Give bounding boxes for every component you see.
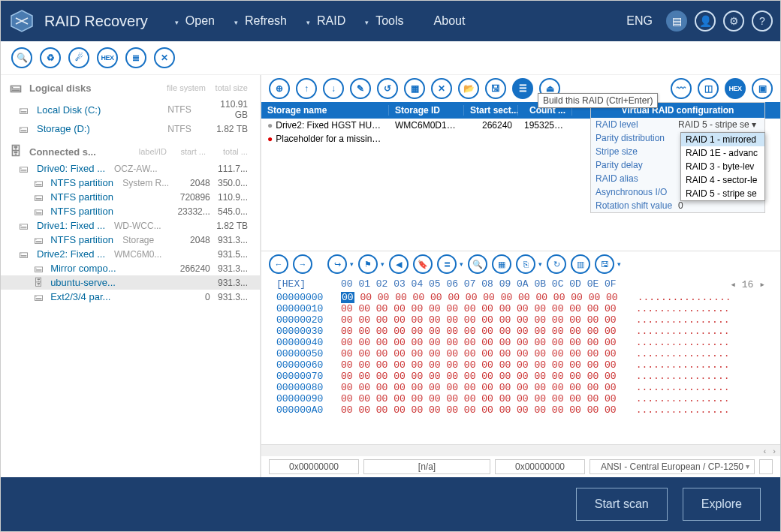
- hex-line[interactable]: 0000001000 00 00 00 00 00 00 00 00 00 00…: [276, 303, 765, 314]
- hex-mode-icon[interactable]: HEX: [725, 78, 746, 99]
- undo-icon[interactable]: ↺: [377, 78, 398, 99]
- hex-forward-icon[interactable]: →: [293, 254, 312, 274]
- list-icon[interactable]: ≣: [125, 47, 146, 68]
- hex-line[interactable]: 0000007000 00 00 00 00 00 00 00 00 00 00…: [276, 371, 765, 382]
- col-start: start ...: [167, 147, 206, 156]
- raid-level-option[interactable]: RAID 1 - mirrored: [681, 133, 764, 146]
- hex-layout-icon[interactable]: ▦: [492, 254, 511, 274]
- add-storage-icon[interactable]: ⊕: [269, 78, 290, 99]
- chart-icon[interactable]: ◫: [698, 78, 719, 99]
- drive-icon: 🖴: [19, 220, 32, 231]
- grid-col-id[interactable]: Storage ID: [389, 105, 464, 116]
- drive-item[interactable]: 🖴Drive1: Fixed ...WD-WCC...1.82 TB: [1, 218, 260, 233]
- hex-save-icon[interactable]: 🖫: [595, 254, 614, 274]
- layout-icon[interactable]: ▣: [752, 78, 773, 99]
- hex-copy-icon[interactable]: ⎘: [516, 254, 535, 274]
- save-icon[interactable]: 🖫: [485, 78, 506, 99]
- hex-line[interactable]: 0000000000 00 00 00 00 00 00 00 00 00 00…: [276, 292, 765, 303]
- dashboard-icon[interactable]: ▤: [666, 11, 687, 32]
- hex-line[interactable]: 0000006000 00 00 00 00 00 00 00 00 00 00…: [276, 359, 765, 371]
- explore-button[interactable]: Explore: [683, 488, 761, 521]
- partition-item[interactable]: 🖴Ext2/3/4 par...0931.3...: [1, 290, 260, 304]
- hex-line[interactable]: 0000008000 00 00 00 00 00 00 00 00 00 00…: [276, 382, 765, 393]
- hex-scrollbar[interactable]: ‹ ›: [261, 444, 780, 456]
- settings-icon[interactable]: ⚙: [723, 11, 744, 32]
- start-scan-button[interactable]: Start scan: [576, 488, 668, 521]
- drive-item[interactable]: 🖴Drive0: Fixed ...OCZ-AW...111.7...: [1, 161, 260, 176]
- raid-level-option[interactable]: RAID 5 - stripe se: [681, 187, 764, 200]
- raid-level-option[interactable]: RAID 1E - advanc: [681, 146, 764, 160]
- close-icon[interactable]: ✕: [154, 47, 175, 68]
- open-folder-icon[interactable]: 📂: [458, 78, 479, 99]
- hex-header-label: [HEX]: [276, 278, 341, 290]
- hex-list-icon[interactable]: ≣: [437, 254, 457, 274]
- hex-encoding-select[interactable]: ANSI - Central European / CP-1250: [590, 459, 755, 474]
- hex-goto-icon[interactable]: ↪: [327, 254, 347, 274]
- raid-config-row[interactable]: RAID levelRAID 5 - stripe se ▾: [591, 118, 764, 131]
- hex-position: 0x00000000: [495, 459, 585, 474]
- menu-refresh[interactable]: Refresh: [230, 8, 302, 34]
- build-raid-button[interactable]: ☰: [512, 78, 533, 99]
- logical-disk-item[interactable]: 🖴Storage (D:)NTFS1.82 TB: [1, 122, 260, 136]
- logical-disks-title: Logical disks: [29, 83, 91, 94]
- partition-item[interactable]: 🖴NTFS partitionStorage2048931.3...: [1, 233, 260, 247]
- partition-item[interactable]: 🖴NTFS partitionSystem R...2048350.0...: [1, 176, 260, 190]
- move-up-icon[interactable]: ↑: [296, 78, 317, 99]
- partition-item[interactable]: 🖴NTFS partition23332...545.0...: [1, 204, 260, 218]
- col-labelid: label/ID: [122, 147, 167, 156]
- build-raid-tooltip: Build this RAID (Ctrl+Enter): [538, 93, 658, 108]
- hex-next-icon[interactable]: 🔖: [413, 254, 433, 274]
- hex-search-icon[interactable]: 🔍: [468, 254, 487, 274]
- partition-icon: 🖴: [34, 291, 46, 302]
- hex-bookmark-icon[interactable]: ⚑: [358, 254, 378, 274]
- search-icon[interactable]: 🔍: [11, 47, 32, 68]
- drive-item[interactable]: 🖴Drive2: Fixed ...WMC6M0...931.5...: [1, 247, 260, 261]
- hex-refresh-icon[interactable]: ↻: [547, 254, 566, 274]
- grid-col-start[interactable]: Start sect...: [464, 105, 518, 116]
- build-raid-icon[interactable]: ☄: [68, 47, 89, 68]
- menu-tools[interactable]: Tools: [360, 8, 418, 34]
- grid-col-name[interactable]: Storage name: [261, 105, 389, 116]
- activity-icon[interactable]: 〰: [671, 78, 692, 99]
- hex-prev-icon[interactable]: ◀: [389, 254, 409, 274]
- hex-line[interactable]: 0000002000 00 00 00 00 00 00 00 00 00 00…: [276, 314, 765, 326]
- content-area: ⊕ ↑ ↓ ✎ ↺ ▦ ✕ 📂 🖫 ☰ ⏏ 〰 ◫ HEX ▣ Build th…: [261, 75, 780, 477]
- help-icon[interactable]: ?: [752, 11, 773, 32]
- logical-disk-item[interactable]: 🖴Local Disk (C:)NTFS110.91 GB: [1, 98, 260, 122]
- raid-level-option[interactable]: RAID 3 - byte-lev: [681, 160, 764, 173]
- hex-nav[interactable]: ◂ 16 ▸: [730, 278, 765, 290]
- hex-line[interactable]: 0000009000 00 00 00 00 00 00 00 00 00 00…: [276, 393, 765, 404]
- disk-icon: 🖴: [19, 104, 32, 116]
- hex-view-icon[interactable]: HEX: [97, 47, 118, 68]
- hex-col-labels: 00 01 02 03 04 05 06 07 08 09 0A 0B 0C 0…: [341, 278, 617, 290]
- partition-item[interactable]: 🗄ubuntu-serve...931.3...: [1, 275, 260, 290]
- partition-item[interactable]: 🖴Mirror compo...266240931.3...: [1, 261, 260, 275]
- hex-line[interactable]: 0000004000 00 00 00 00 00 00 00 00 00 00…: [276, 337, 765, 348]
- user-icon[interactable]: 👤: [695, 11, 716, 32]
- connected-storages-title: Connected s...: [29, 146, 96, 158]
- language-selector[interactable]: ENG: [626, 14, 653, 28]
- partition-item[interactable]: 🖴NTFS partition720896110.9...: [1, 190, 260, 204]
- hex-back-icon[interactable]: ←: [269, 254, 288, 274]
- refresh-storage-icon[interactable]: ♻: [40, 47, 61, 68]
- connected-storages-header: 🗄 Connected s... label/ID start ... tota…: [1, 142, 260, 161]
- hex-line[interactable]: 0000005000 00 00 00 00 00 00 00 00 00 00…: [276, 348, 765, 359]
- remove-icon[interactable]: ✕: [431, 78, 452, 99]
- sidebar: 🖴 Logical disks file system total size 🖴…: [1, 75, 261, 477]
- hex-columns-icon[interactable]: ▥: [571, 254, 590, 274]
- menu-about[interactable]: About: [419, 8, 481, 34]
- hex-line[interactable]: 0000003000 00 00 00 00 00 00 00 00 00 00…: [276, 326, 765, 337]
- content-toolbar: ⊕ ↑ ↓ ✎ ↺ ▦ ✕ 📂 🖫 ☰ ⏏ 〰 ◫ HEX ▣: [261, 75, 780, 102]
- grid-icon[interactable]: ▦: [404, 78, 425, 99]
- hex-line[interactable]: 000000A000 00 00 00 00 00 00 00 00 00 00…: [276, 404, 765, 416]
- menu-open[interactable]: Open: [170, 8, 230, 34]
- raid-level-option[interactable]: RAID 4 - sector-le: [681, 173, 764, 187]
- footer: Start scan Explore: [1, 477, 780, 531]
- menu-raid[interactable]: RAID: [302, 8, 360, 34]
- move-down-icon[interactable]: ↓: [323, 78, 344, 99]
- edit-icon[interactable]: ✎: [350, 78, 371, 99]
- col-total: total ...: [206, 147, 248, 156]
- hex-extra[interactable]: [759, 459, 773, 474]
- raid-level-dropdown[interactable]: RAID 1 - mirroredRAID 1E - advancRAID 3 …: [680, 132, 765, 201]
- partition-icon: 🖴: [34, 177, 46, 188]
